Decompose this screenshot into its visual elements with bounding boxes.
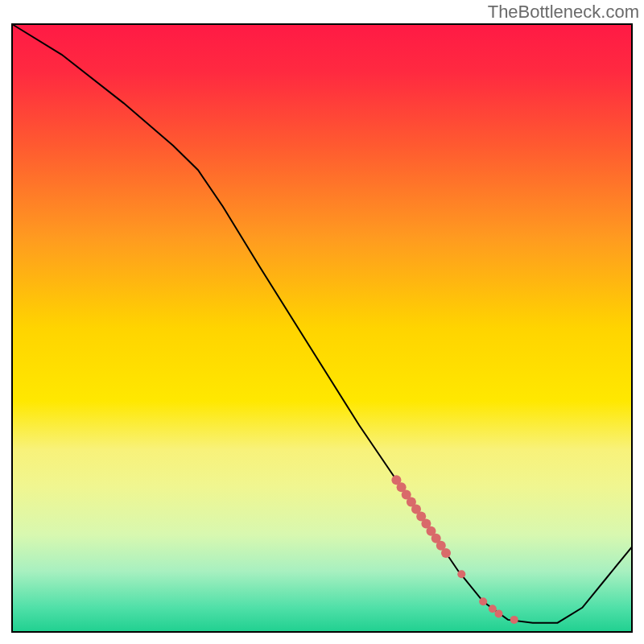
highlight-point: [479, 597, 487, 605]
bottleneck-chart: TheBottleneck.com: [0, 0, 644, 644]
chart-svg: [0, 0, 644, 644]
highlight-point: [495, 609, 503, 617]
plot-gradient-background: [12, 24, 632, 632]
highlight-point: [441, 548, 451, 558]
watermark-text: TheBottleneck.com: [488, 2, 639, 23]
highlight-point: [510, 616, 518, 624]
highlight-point: [457, 570, 465, 578]
